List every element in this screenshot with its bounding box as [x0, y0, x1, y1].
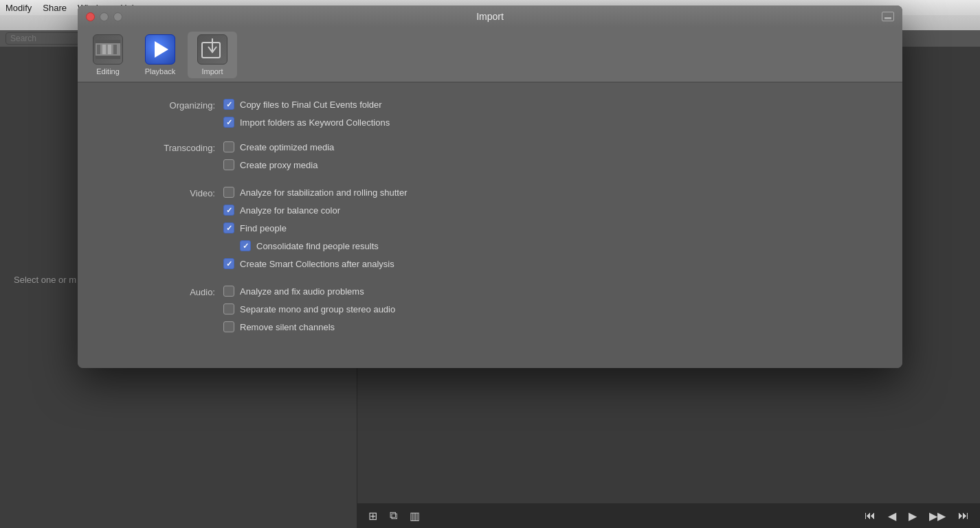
svg-rect-4	[102, 45, 106, 54]
find-people-label: Find people	[240, 223, 287, 233]
checkbox-fix-audio[interactable]	[223, 286, 234, 297]
transcoding-item-1: Create proxy media	[223, 159, 334, 170]
import-dialog: Import	[78, 5, 902, 368]
checkbox-find-people[interactable]	[223, 222, 234, 233]
section-audio: Audio: Analyze and fix audio problems Se…	[105, 286, 875, 332]
checkbox-copy-files[interactable]	[223, 99, 234, 110]
organizing-options: Copy files to Final Cut Events folder Im…	[215, 99, 390, 128]
audio-label: Audio:	[105, 286, 215, 332]
organizing-item-0: Copy files to Final Cut Events folder	[223, 99, 390, 110]
dialog-overlay: Import	[0, 0, 980, 528]
window-controls	[86, 12, 122, 21]
import-tab-icon	[197, 34, 227, 65]
transcoding-options: Create optimized media Create proxy medi…	[215, 141, 334, 170]
svg-rect-1	[96, 40, 120, 43]
transcoding-item-0: Create optimized media	[223, 141, 334, 152]
section-video: Video: Analyze for stabilization and rol…	[105, 187, 875, 269]
video-item-2: Find people	[223, 222, 408, 233]
tab-playback[interactable]: Playback	[135, 32, 185, 78]
stabilization-label: Analyze for stabilization and rolling sh…	[240, 187, 408, 198]
dialog-content: Organizing: Copy files to Final Cut Even…	[78, 82, 902, 368]
audio-item-1: Separate mono and group stereo audio	[223, 303, 395, 314]
tab-editing[interactable]: Editing	[83, 32, 133, 78]
video-item-0: Analyze for stabilization and rolling sh…	[223, 187, 408, 198]
audio-options: Analyze and fix audio problems Separate …	[215, 286, 395, 332]
checkbox-silent-channels[interactable]	[223, 321, 234, 332]
organizing-item-1: Import folders as Keyword Collections	[223, 117, 390, 128]
dialog-title: Import	[476, 11, 504, 22]
tab-editing-label: Editing	[96, 67, 120, 76]
checkbox-mono-stereo[interactable]	[223, 303, 234, 314]
close-button[interactable]	[86, 12, 95, 21]
svg-rect-6	[113, 45, 117, 54]
checkbox-import-folders[interactable]	[223, 117, 234, 128]
balance-color-label: Analyze for balance color	[240, 205, 340, 216]
fix-audio-label: Analyze and fix audio problems	[240, 286, 364, 297]
checkbox-smart-collections[interactable]	[223, 258, 234, 269]
checkbox-stabilization[interactable]	[223, 187, 234, 198]
consolidate-people-label: Consolidate find people results	[256, 241, 379, 251]
section-transcoding: Transcoding: Create optimized media Crea…	[105, 141, 875, 170]
maximize-button[interactable]	[113, 12, 122, 21]
video-label: Video:	[105, 187, 215, 269]
svg-rect-2	[96, 56, 120, 59]
checkbox-proxy-media[interactable]	[223, 159, 234, 170]
checkbox-balance-color[interactable]	[223, 205, 234, 216]
section-organizing: Organizing: Copy files to Final Cut Even…	[105, 99, 875, 128]
svg-rect-3	[97, 45, 100, 54]
video-options: Analyze for stabilization and rolling sh…	[215, 187, 408, 269]
checkbox-optimized-media[interactable]	[223, 141, 234, 152]
video-item-4: Create Smart Collections after analysis	[223, 258, 408, 269]
tab-playback-label: Playback	[145, 67, 176, 76]
smart-collections-label: Create Smart Collections after analysis	[240, 259, 394, 269]
dialog-toolbar: Editing Playback Import	[78, 27, 902, 82]
audio-item-2: Remove silent channels	[223, 321, 395, 332]
playback-tab-icon	[145, 34, 175, 65]
organizing-label: Organizing:	[105, 99, 215, 128]
proxy-media-label: Create proxy media	[240, 160, 318, 170]
editing-tab-icon	[93, 34, 123, 65]
video-item-1: Analyze for balance color	[223, 205, 408, 216]
audio-item-0: Analyze and fix audio problems	[223, 286, 395, 297]
svg-rect-5	[108, 45, 111, 54]
mono-stereo-label: Separate mono and group stereo audio	[240, 304, 395, 314]
checkbox-consolidate-people[interactable]	[240, 240, 251, 251]
silent-channels-label: Remove silent channels	[240, 322, 335, 332]
copy-files-label: Copy files to Final Cut Events folder	[240, 100, 382, 110]
dialog-titlebar: Import	[78, 5, 902, 27]
tab-import-label: Import	[201, 67, 223, 76]
video-item-3: Consolidate find people results	[223, 240, 408, 251]
transcoding-label: Transcoding:	[105, 141, 215, 170]
import-folders-label: Import folders as Keyword Collections	[240, 117, 390, 128]
minimize-button[interactable]	[100, 12, 109, 21]
tab-import[interactable]: Import	[188, 32, 237, 78]
optimized-media-label: Create optimized media	[240, 142, 334, 152]
collapse-button[interactable]	[882, 12, 894, 21]
